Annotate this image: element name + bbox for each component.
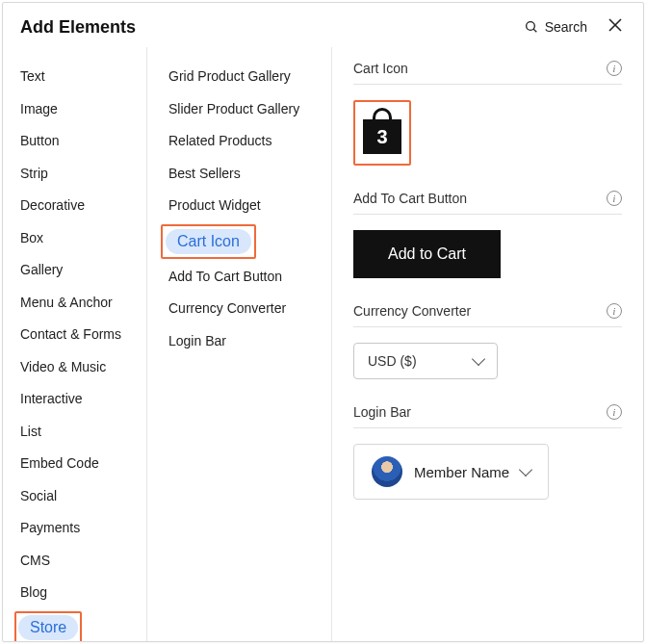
close-button[interactable] [605,16,626,38]
panel-body: Text Image Button Strip Decorative Box G… [3,47,643,641]
currency-select[interactable]: USD ($) [353,343,498,379]
search-icon [524,19,539,35]
preview-pane: Cart Icon i 3 Add To Cart Button [332,47,643,641]
category-label: Interactive [20,391,83,406]
subcategory-item[interactable]: Currency Converter [147,293,331,325]
category-item[interactable]: Contact & Forms [3,319,146,351]
category-label: Image [20,101,58,116]
category-label: CMS [20,553,50,568]
section-add-to-cart: Add To Cart Button i Add to Cart [353,191,622,278]
category-item[interactable]: Embed Code [3,448,146,480]
chevron-down-icon [519,463,532,477]
subcategory-label: Slider Product Gallery [168,101,299,116]
subcategory-item[interactable]: Related Products [147,125,331,158]
category-item[interactable]: List [3,416,146,449]
highlight-box: Store [14,611,82,643]
category-label: Blog [20,584,47,600]
section-header: Currency Converter i [353,303,622,327]
section-title: Cart Icon [353,61,607,76]
add-elements-panel: Add Elements Search Text Image Button St… [2,2,644,642]
add-to-cart-button[interactable]: Add to Cart [353,230,501,278]
section-header: Cart Icon i [353,61,622,85]
subcategory-item[interactable]: Best Sellers [147,158,331,191]
info-icon[interactable]: i [607,404,622,420]
category-label: Payments [20,520,80,535]
category-item-store[interactable]: Store [18,615,78,640]
category-label: Store [30,619,66,635]
category-label: Button [20,133,59,148]
avatar [372,456,402,487]
section-login-bar: Login Bar i Member Name [353,404,622,500]
section-title: Currency Converter [353,303,607,319]
svg-point-0 [526,22,534,31]
category-item[interactable]: Menu & Anchor [3,287,146,320]
search-button[interactable]: Search [524,19,587,35]
subcategory-item-cart-icon[interactable]: Cart Icon [166,229,251,254]
section-cart-icon: Cart Icon i 3 [353,61,622,166]
category-item[interactable]: Image [3,93,146,126]
category-item[interactable]: Gallery [3,254,146,287]
chevron-down-icon [472,352,485,366]
category-label: Gallery [20,262,63,277]
subcategory-label: Best Sellers [168,166,241,181]
section-title: Add To Cart Button [353,191,607,206]
subcategory-item[interactable]: Slider Product Gallery [147,93,331,126]
shopping-bag-icon: 3 [361,108,403,154]
subcategory-label: Cart Icon [177,233,240,249]
member-name-label: Member Name [414,464,509,480]
category-label: Contact & Forms [20,326,121,342]
subcategory-label: Grid Product Gallery [168,68,291,84]
panel-header: Add Elements Search [3,3,643,47]
subcategory-item[interactable]: Product Widget [147,190,331,222]
category-item[interactable]: CMS [3,545,146,578]
section-header: Add To Cart Button i [353,191,622,215]
highlight-box: Cart Icon [161,224,256,259]
category-item[interactable]: Decorative [3,190,146,222]
panel-title: Add Elements [20,17,524,38]
section-title: Login Bar [353,404,607,420]
subcategory-item[interactable]: Add To Cart Button [147,261,331,294]
category-item[interactable]: Strip [3,158,146,191]
category-item[interactable]: Payments [3,512,146,545]
login-bar-element[interactable]: Member Name [353,444,549,500]
subcategory-label: Add To Cart Button [168,269,282,284]
category-label: Social [20,488,57,503]
button-label: Add to Cart [388,245,466,262]
subcategory-list: Grid Product Gallery Slider Product Gall… [147,47,332,641]
subcategory-label: Product Widget [168,197,261,213]
category-label: List [20,424,41,439]
subcategory-label: Currency Converter [168,300,286,316]
highlight-box: 3 [353,100,411,166]
cart-icon-element[interactable]: 3 [361,108,403,158]
category-item[interactable]: Button [3,125,146,158]
subcategory-label: Related Products [168,133,271,148]
subcategory-label: Login Bar [168,333,226,348]
subcategory-item[interactable]: Login Bar [147,325,331,358]
category-label: Video & Music [20,359,106,374]
category-item[interactable]: Text [3,61,146,93]
search-label: Search [545,19,587,35]
category-item[interactable]: Box [3,222,146,255]
info-icon[interactable]: i [607,191,622,206]
section-currency-converter: Currency Converter i USD ($) [353,303,622,379]
category-label: Decorative [20,197,85,213]
subcategory-item[interactable]: Grid Product Gallery [147,61,331,93]
category-label: Menu & Anchor [20,295,113,310]
info-icon[interactable]: i [607,61,622,76]
currency-selected-value: USD ($) [368,353,417,369]
category-label: Text [20,68,45,84]
category-label: Strip [20,166,48,181]
cart-count: 3 [361,126,403,148]
category-label: Box [20,230,43,245]
category-item[interactable]: Video & Music [3,351,146,384]
category-item[interactable]: Social [3,480,146,513]
section-header: Login Bar i [353,404,622,428]
category-item[interactable]: Interactive [3,383,146,416]
info-icon[interactable]: i [607,303,622,319]
category-list: Text Image Button Strip Decorative Box G… [3,47,147,641]
svg-line-1 [533,29,536,32]
category-label: Embed Code [20,455,99,471]
close-icon [608,18,622,32]
category-item[interactable]: Blog [3,577,146,609]
